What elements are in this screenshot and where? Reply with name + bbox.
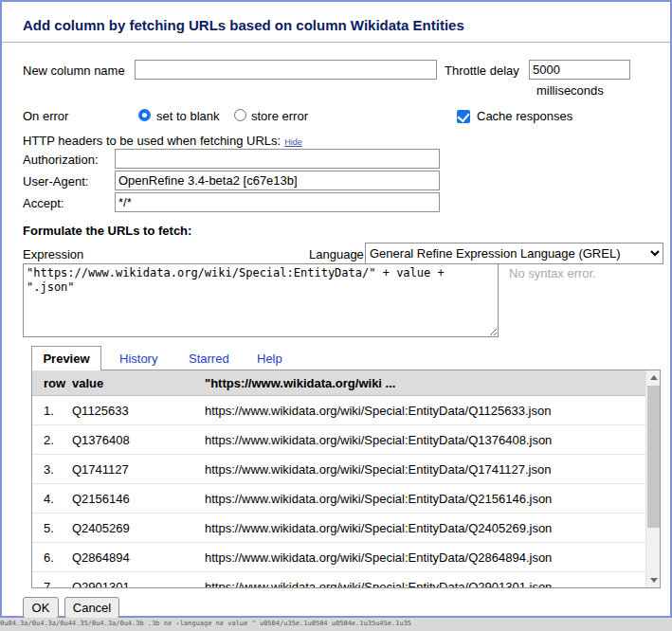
- set-to-blank-radio[interactable]: [138, 109, 151, 121]
- user-agent-label: User-Agent:: [23, 174, 88, 189]
- add-column-fetch-urls-dialog: Add column by fetching URLs based on col…: [0, 0, 672, 618]
- row-url: https://www.wikidata.org/wiki/Special:En…: [205, 492, 645, 506]
- table-row: 6. Q2864894 https://www.wikidata.org/wik…: [32, 543, 645, 572]
- language-select[interactable]: General Refine Expression Language (GREL…: [365, 243, 663, 264]
- row-value: Q2156146: [72, 492, 205, 506]
- row-index: 5.: [32, 521, 72, 535]
- ok-button[interactable]: OK: [23, 597, 59, 619]
- row-value: Q1741127: [72, 462, 205, 477]
- row-value: Q2864894: [72, 550, 205, 565]
- table-row: 1. Q1125633 https://www.wikidata.org/wik…: [32, 396, 645, 425]
- row-value: Q1125633: [72, 404, 205, 418]
- expression-label: Expression: [23, 247, 83, 261]
- scroll-up-icon[interactable]: [646, 370, 661, 385]
- cache-responses-checkbox[interactable]: [457, 110, 470, 123]
- table-scrollbar[interactable]: [645, 370, 660, 587]
- store-error-radio-label[interactable]: store error: [251, 109, 308, 123]
- row-value: Q2405269: [72, 521, 205, 535]
- row-index: 2.: [32, 433, 72, 447]
- tab-starred[interactable]: Starred: [189, 352, 229, 366]
- accept-label: Accept:: [23, 196, 64, 210]
- scroll-down-icon[interactable]: [646, 573, 661, 587]
- tab-preview[interactable]: Preview: [31, 346, 101, 370]
- row-url: https://www.wikidata.org/wiki/Special:En…: [205, 433, 645, 447]
- row-index: 4.: [32, 492, 72, 506]
- row-value: Q2901301: [72, 580, 205, 589]
- column-header-value: value: [72, 376, 205, 390]
- tab-history[interactable]: History: [119, 352, 157, 366]
- on-error-label: On error: [23, 109, 68, 123]
- http-headers-label: HTTP headers to be used when fetching UR…: [23, 134, 281, 148]
- accept-input[interactable]: [115, 192, 440, 212]
- store-error-radio[interactable]: [234, 109, 246, 121]
- language-label: Language: [309, 247, 364, 261]
- row-url: https://www.wikidata.org/wiki/Special:En…: [205, 404, 645, 418]
- row-url: https://www.wikidata.org/wiki/Special:En…: [205, 580, 645, 589]
- scrollbar-thumb[interactable]: [647, 386, 660, 528]
- preview-table: row value "https://www.wikidata.org/wiki…: [31, 370, 661, 588]
- hide-link[interactable]: Hide: [284, 137, 302, 147]
- table-row: 5. Q2405269 https://www.wikidata.org/wik…: [32, 514, 645, 543]
- table-header-row: row value "https://www.wikidata.org/wiki…: [32, 370, 645, 396]
- new-column-name-label: New column name: [23, 63, 125, 78]
- row-index: 1.: [32, 404, 72, 418]
- cache-responses-label[interactable]: Cache responses: [477, 109, 572, 123]
- new-column-name-input[interactable]: [135, 60, 437, 80]
- background-page-text: 0u04.3a/0u4.3a/0u44.35/0u4.3a/0u4.3b .3b…: [0, 618, 672, 631]
- syntax-status: No syntax error.: [509, 266, 596, 280]
- column-header-row: row: [32, 376, 72, 390]
- dialog-title: Add column by fetching URLs based on col…: [23, 17, 464, 33]
- row-url: https://www.wikidata.org/wiki/Special:En…: [205, 550, 645, 565]
- expression-textarea[interactable]: "https://www.wikidata.org/wiki/Special:E…: [23, 263, 499, 337]
- title-divider: [2, 42, 670, 43]
- formulate-urls-label: Formulate the URLs to fetch:: [23, 224, 191, 238]
- table-row: 2. Q1376408 https://www.wikidata.org/wik…: [32, 425, 645, 455]
- row-url: https://www.wikidata.org/wiki/Special:En…: [205, 521, 645, 535]
- cancel-button[interactable]: Cancel: [64, 597, 119, 619]
- tab-preview-label: Preview: [43, 352, 89, 366]
- table-row: 7. Q2901301 https://www.wikidata.org/wik…: [32, 572, 645, 588]
- row-index: 3.: [32, 462, 72, 477]
- row-value: Q1376408: [72, 433, 205, 447]
- row-index: 7.: [32, 580, 72, 589]
- authorization-label: Authorization:: [23, 153, 99, 167]
- authorization-input[interactable]: [115, 149, 440, 169]
- column-header-url: "https://www.wikidata.org/wiki ...: [205, 376, 645, 390]
- row-url: https://www.wikidata.org/wiki/Special:En…: [205, 462, 645, 477]
- table-row: 3. Q1741127 https://www.wikidata.org/wik…: [32, 455, 645, 484]
- throttle-delay-label: Throttle delay: [445, 63, 519, 78]
- throttle-delay-input[interactable]: [529, 60, 630, 80]
- user-agent-input[interactable]: [115, 171, 440, 190]
- table-row: 4. Q2156146 https://www.wikidata.org/wik…: [32, 484, 645, 514]
- tab-help[interactable]: Help: [257, 352, 282, 366]
- milliseconds-label: milliseconds: [536, 83, 604, 98]
- set-to-blank-radio-label[interactable]: set to blank: [156, 109, 220, 123]
- row-index: 6.: [32, 550, 72, 565]
